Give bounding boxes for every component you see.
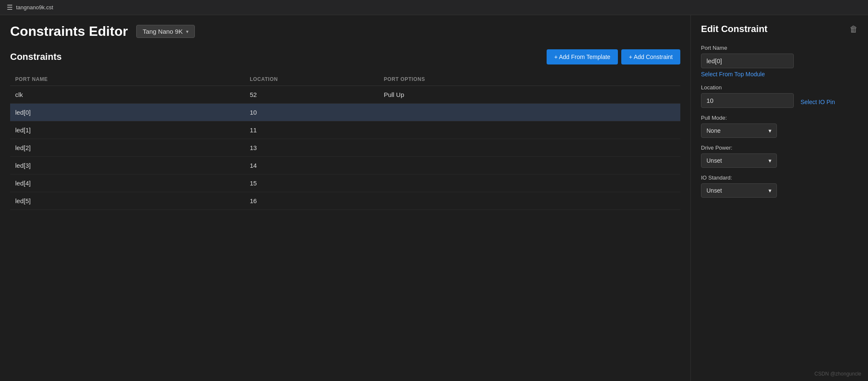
cell-options <box>379 174 680 192</box>
cell-location: 10 <box>245 104 379 121</box>
table-row[interactable]: led[0]10 <box>10 104 680 121</box>
device-label: Tang Nano 9K <box>143 28 183 35</box>
top-bar: ☰ tangnano9k.cst <box>0 0 868 15</box>
io-standard-field: IO Standard: Unset ▾ <box>701 174 858 198</box>
section-header: Constraints + Add From Template + Add Co… <box>10 49 680 64</box>
port-name-label: Port Name <box>701 45 858 51</box>
location-field: Location Select IO Pin <box>701 84 858 108</box>
cell-port: led[4] <box>10 174 245 192</box>
btn-group: + Add From Template + Add Constraint <box>547 49 680 64</box>
col-header-options: PORT OPTIONS <box>379 73 680 86</box>
cell-port: clk <box>10 86 245 104</box>
menu-icon[interactable]: ☰ <box>7 3 13 11</box>
io-standard-label: IO Standard: <box>701 174 858 181</box>
cell-port: led[2] <box>10 139 245 157</box>
cell-port: led[5] <box>10 192 245 210</box>
cell-options <box>379 139 680 157</box>
location-row: Select IO Pin <box>701 93 858 108</box>
cell-options <box>379 192 680 210</box>
constraints-table: PORT NAME LOCATION PORT OPTIONS clk52Pul… <box>10 73 680 210</box>
table-header-row: PORT NAME LOCATION PORT OPTIONS <box>10 73 680 86</box>
pull-mode-select[interactable]: None ▾ <box>701 123 777 138</box>
main-layout: Constraints Editor Tang Nano 9K ▾ Constr… <box>0 15 868 381</box>
port-name-input[interactable] <box>701 54 794 68</box>
table-row[interactable]: led[1]11 <box>10 121 680 139</box>
section-title: Constraints <box>10 51 62 62</box>
cell-location: 15 <box>245 174 379 192</box>
drive-power-field: Drive Power: Unset ▾ <box>701 145 858 168</box>
table-row[interactable]: led[4]15 <box>10 174 680 192</box>
device-selector[interactable]: Tang Nano 9K ▾ <box>136 25 195 38</box>
io-standard-value: Unset <box>706 187 722 194</box>
right-panel: Edit Constraint 🗑 Port Name Select From … <box>691 15 868 381</box>
pull-mode-value: None <box>706 127 720 134</box>
io-standard-select[interactable]: Unset ▾ <box>701 183 777 198</box>
io-standard-chevron-icon: ▾ <box>768 187 771 194</box>
header-row: Constraints Editor Tang Nano 9K ▾ <box>10 24 680 39</box>
add-constraint-button[interactable]: + Add Constraint <box>621 49 680 64</box>
table-row[interactable]: clk52Pull Up <box>10 86 680 104</box>
location-label: Location <box>701 84 858 91</box>
cell-options <box>379 121 680 139</box>
location-input[interactable] <box>701 93 794 108</box>
cell-location: 52 <box>245 86 379 104</box>
edit-constraint-title: Edit Constraint <box>701 24 768 35</box>
drive-power-label: Drive Power: <box>701 145 858 151</box>
cell-port: led[0] <box>10 104 245 121</box>
drive-power-value: Unset <box>706 157 722 164</box>
table-row[interactable]: led[2]13 <box>10 139 680 157</box>
cell-port: led[1] <box>10 121 245 139</box>
pull-mode-field: Pull Mode: None ▾ <box>701 115 858 138</box>
file-name: tangnano9k.cst <box>16 4 53 11</box>
pull-mode-label: Pull Mode: <box>701 115 858 121</box>
cell-options: Pull Up <box>379 86 680 104</box>
cell-options <box>379 104 680 121</box>
select-io-pin-link[interactable]: Select IO Pin <box>801 99 835 105</box>
cell-location: 14 <box>245 157 379 174</box>
col-header-location: LOCATION <box>245 73 379 86</box>
cell-location: 13 <box>245 139 379 157</box>
left-panel: Constraints Editor Tang Nano 9K ▾ Constr… <box>0 15 691 381</box>
right-header: Edit Constraint 🗑 <box>701 24 858 35</box>
chevron-down-icon: ▾ <box>186 29 189 35</box>
page-title: Constraints Editor <box>10 24 128 39</box>
table-row[interactable]: led[3]14 <box>10 157 680 174</box>
table-row[interactable]: led[5]16 <box>10 192 680 210</box>
pull-mode-chevron-icon: ▾ <box>768 127 771 134</box>
cell-port: led[3] <box>10 157 245 174</box>
port-name-field: Port Name Select From Top Module <box>701 45 858 78</box>
cell-location: 11 <box>245 121 379 139</box>
col-header-port: PORT NAME <box>10 73 245 86</box>
add-from-template-button[interactable]: + Add From Template <box>547 49 618 64</box>
drive-power-select[interactable]: Unset ▾ <box>701 153 777 168</box>
drive-power-chevron-icon: ▾ <box>768 157 771 164</box>
cell-options <box>379 157 680 174</box>
watermark: CSDN @zhonguncle <box>814 371 861 377</box>
cell-location: 16 <box>245 192 379 210</box>
delete-constraint-button[interactable]: 🗑 <box>849 24 858 34</box>
select-from-top-module-link[interactable]: Select From Top Module <box>701 71 765 78</box>
